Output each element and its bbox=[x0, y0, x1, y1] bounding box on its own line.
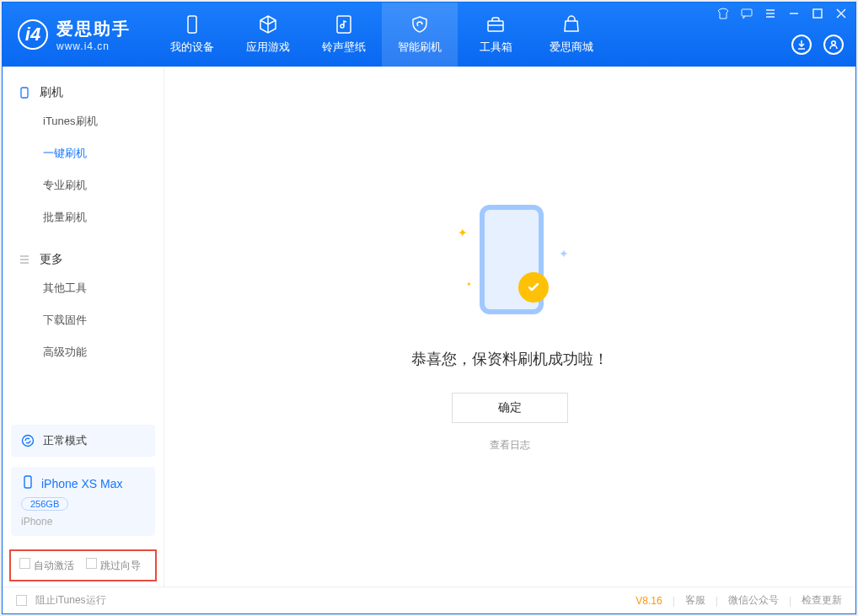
refresh-shield-icon bbox=[410, 14, 430, 35]
app-subtitle: www.i4.cn bbox=[56, 40, 131, 52]
version-label: V8.16 bbox=[635, 595, 662, 607]
app-window: i4 爱思助手 www.i4.cn 我的设备 应用游戏 铃声壁纸 智能刷机 bbox=[2, 2, 856, 614]
sidebar-item-other-tools[interactable]: 其他工具 bbox=[3, 272, 164, 304]
tab-flash[interactable]: 智能刷机 bbox=[382, 3, 458, 67]
account-button[interactable] bbox=[823, 35, 844, 55]
ok-button[interactable]: 确定 bbox=[452, 393, 568, 423]
update-link[interactable]: 检查更新 bbox=[802, 593, 842, 608]
menu-icon[interactable] bbox=[764, 8, 776, 19]
support-link[interactable]: 客服 bbox=[685, 593, 705, 608]
footer: 阻止iTunes运行 V8.16 | 客服 | 微信公众号 | 检查更新 bbox=[3, 587, 855, 613]
tab-label: 工具箱 bbox=[480, 40, 512, 55]
device-name: iPhone XS Max bbox=[41, 477, 123, 490]
tab-label: 应用游戏 bbox=[246, 40, 290, 55]
view-log-link[interactable]: 查看日志 bbox=[490, 438, 530, 453]
options-row: 自动激活 跳过向导 bbox=[9, 549, 157, 581]
music-file-icon bbox=[334, 14, 354, 35]
feedback-icon[interactable] bbox=[741, 8, 753, 19]
person-icon bbox=[829, 40, 839, 50]
phone-icon bbox=[182, 14, 202, 35]
check-badge-icon bbox=[518, 272, 549, 303]
minimize-icon[interactable] bbox=[788, 8, 800, 19]
device-type: iPhone bbox=[21, 516, 145, 528]
tab-label: 爱思商城 bbox=[550, 40, 593, 55]
tab-toolbox[interactable]: 工具箱 bbox=[458, 3, 534, 67]
svg-rect-2 bbox=[488, 21, 503, 31]
download-button[interactable] bbox=[791, 35, 812, 55]
bag-icon bbox=[561, 14, 582, 35]
tab-apps[interactable]: 应用游戏 bbox=[230, 3, 306, 67]
tab-my-device[interactable]: 我的设备 bbox=[154, 3, 230, 67]
tab-label: 铃声壁纸 bbox=[322, 40, 366, 55]
tab-ringtone[interactable]: 铃声壁纸 bbox=[306, 3, 382, 67]
list-icon bbox=[18, 253, 31, 266]
close-icon[interactable] bbox=[835, 8, 847, 19]
sync-icon bbox=[21, 434, 35, 447]
success-message: 恭喜您，保资料刷机成功啦！ bbox=[411, 349, 609, 369]
svg-point-7 bbox=[23, 436, 34, 447]
logo: i4 爱思助手 www.i4.cn bbox=[18, 18, 131, 52]
checkbox-skip-wizard[interactable]: 跳过向导 bbox=[86, 558, 141, 573]
tab-label: 我的设备 bbox=[170, 40, 214, 55]
sidebar-item-itunes-flash[interactable]: iTunes刷机 bbox=[3, 105, 164, 137]
mode-label: 正常模式 bbox=[43, 433, 87, 448]
checkbox-auto-activate[interactable]: 自动激活 bbox=[19, 558, 74, 573]
sidebar-section-flash: 刷机 bbox=[3, 80, 164, 105]
success-illustration: ✦ ✦ ✦ bbox=[434, 201, 586, 327]
svg-rect-8 bbox=[24, 476, 31, 488]
cube-icon bbox=[258, 14, 278, 35]
phone-small-icon bbox=[18, 86, 31, 99]
sidebar-item-pro-flash[interactable]: 专业刷机 bbox=[3, 169, 164, 201]
sidebar-item-download-firmware[interactable]: 下载固件 bbox=[3, 304, 164, 336]
header: i4 爱思助手 www.i4.cn 我的设备 应用游戏 铃声壁纸 智能刷机 bbox=[3, 3, 855, 67]
skin-icon[interactable] bbox=[717, 8, 729, 19]
svg-rect-6 bbox=[21, 88, 28, 98]
main-content: ✦ ✦ ✦ 恭喜您，保资料刷机成功啦！ 确定 查看日志 bbox=[164, 67, 855, 587]
section-label: 刷机 bbox=[40, 85, 63, 100]
svg-rect-0 bbox=[188, 16, 196, 33]
sidebar-item-batch-flash[interactable]: 批量刷机 bbox=[3, 201, 164, 233]
logo-icon: i4 bbox=[18, 19, 48, 50]
device-storage: 256GB bbox=[21, 497, 68, 511]
svg-rect-3 bbox=[742, 9, 752, 16]
device-small-icon bbox=[21, 475, 35, 492]
svg-point-5 bbox=[832, 41, 836, 46]
window-controls bbox=[717, 8, 847, 19]
body: 刷机 iTunes刷机 一键刷机 专业刷机 批量刷机 更多 其他工具 下载固件 … bbox=[3, 67, 855, 587]
sidebar: 刷机 iTunes刷机 一键刷机 专业刷机 批量刷机 更多 其他工具 下载固件 … bbox=[3, 67, 164, 587]
sidebar-item-advanced[interactable]: 高级功能 bbox=[3, 336, 164, 368]
top-tabs: 我的设备 应用游戏 铃声壁纸 智能刷机 工具箱 爱思商城 bbox=[154, 3, 609, 67]
sidebar-section-more: 更多 bbox=[3, 247, 164, 272]
wechat-link[interactable]: 微信公众号 bbox=[728, 593, 779, 608]
app-title: 爱思助手 bbox=[56, 18, 131, 40]
mode-card[interactable]: 正常模式 bbox=[11, 425, 155, 457]
device-card[interactable]: iPhone XS Max 256GB iPhone bbox=[11, 467, 155, 536]
briefcase-icon bbox=[485, 14, 506, 35]
tab-label: 智能刷机 bbox=[398, 40, 442, 55]
section-label: 更多 bbox=[40, 252, 63, 267]
svg-rect-4 bbox=[813, 9, 822, 18]
download-icon bbox=[796, 40, 807, 50]
sidebar-item-oneclick-flash[interactable]: 一键刷机 bbox=[3, 137, 164, 169]
maximize-icon[interactable] bbox=[812, 8, 823, 19]
account-controls bbox=[791, 35, 844, 55]
tab-store[interactable]: 爱思商城 bbox=[534, 3, 609, 67]
checkbox-block-itunes[interactable]: 阻止iTunes运行 bbox=[16, 593, 106, 608]
